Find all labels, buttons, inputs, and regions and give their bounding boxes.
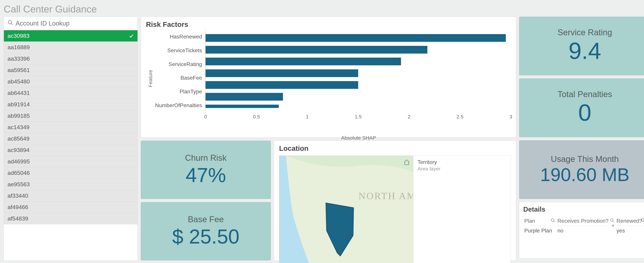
account-id-label: ac93894 [8, 147, 30, 153]
account-id-label: ab64431 [8, 90, 30, 96]
kpi-usage[interactable]: Usage This Month 190.60 MB [519, 140, 644, 199]
account-item-aa59561[interactable]: aa59561 [4, 64, 138, 76]
check-icon [129, 34, 134, 38]
account-item-ab45480[interactable]: ab45480 [4, 76, 138, 87]
details-table: Plan Receives Promotion? ▲ Renewed? Purp… [523, 216, 644, 236]
account-id-label: ab91914 [8, 101, 30, 108]
location-card: Location NORTH AME [274, 140, 516, 261]
risk-factors-card: Risk Factors Feature HasRenewedServiceTi… [141, 17, 516, 138]
svg-line-6 [613, 221, 614, 222]
col-promotion[interactable]: Receives Promotion? ▲ [556, 216, 616, 226]
location-title: Location [279, 144, 511, 152]
cell-renewed: yes [616, 226, 644, 236]
account-id-label: af54839 [8, 215, 28, 222]
chart-plot-area[interactable]: 00.511.522.53 [205, 30, 511, 112]
svg-point-3 [551, 219, 554, 221]
account-id-label: af49466 [8, 204, 28, 210]
search-icon [8, 20, 13, 27]
account-item-ad46995[interactable]: ad46995 [4, 156, 138, 167]
account-item-ac85649[interactable]: ac85649 [4, 133, 138, 144]
xtick: 3 [510, 114, 512, 120]
kpi-penalties-value: 0 [578, 99, 592, 126]
kpi-churn-label: Churn Risk [185, 153, 226, 163]
sort-caret-icon: ▲ [611, 223, 615, 228]
account-item-ab91914[interactable]: ab91914 [4, 99, 138, 110]
account-id-label: ad46995 [8, 158, 30, 164]
svg-point-7 [641, 219, 644, 221]
account-id-label: ac14349 [8, 124, 30, 130]
account-item-af33440[interactable]: af33440 [4, 190, 138, 202]
bar-NumberOfPenalties[interactable] [206, 93, 283, 100]
account-item-aa33396[interactable]: aa33396 [4, 53, 138, 64]
search-icon[interactable] [551, 218, 555, 224]
svg-line-4 [554, 221, 555, 222]
risk-factors-title: Risk Factors [146, 20, 511, 28]
continent-label: NORTH AME [358, 190, 414, 201]
account-id-label: ae95563 [8, 181, 30, 188]
account-id-label: ab99185 [8, 112, 30, 119]
account-id-label: aa59561 [8, 67, 30, 73]
legend-title: Territory [418, 159, 507, 165]
xtick: 1 [306, 114, 309, 120]
account-item-ac93894[interactable]: ac93894 [4, 144, 138, 156]
xtick: 0.5 [253, 114, 260, 120]
kpi-service-rating[interactable]: Service Rating 9.4 [519, 17, 644, 76]
xtick: 2 [408, 114, 410, 120]
home-icon[interactable] [403, 159, 410, 167]
details-card: Details Plan Receives Promotion? ▲ Renew… [519, 202, 644, 258]
bar-ServiceTickets[interactable] [206, 46, 427, 54]
kpi-churn-value: 47% [186, 164, 226, 186]
account-item-ab99185[interactable]: ab99185 [4, 110, 138, 122]
account-id-label: ac30983 [8, 32, 30, 39]
account-id-label: aa16889 [8, 44, 30, 50]
bar-HasRenewed[interactable] [206, 34, 506, 42]
kpi-basefee-value: $ 25.50 [172, 225, 239, 248]
page-title: Call Center Guidance [0, 0, 644, 17]
account-item-af49466[interactable]: af49466 [4, 202, 138, 213]
account-item-ad65046[interactable]: ad65046 [4, 167, 138, 179]
svg-point-5 [610, 219, 613, 221]
col-plan[interactable]: Plan [523, 216, 556, 226]
account-item-aa16889[interactable]: aa16889 [4, 42, 138, 53]
details-title: Details [523, 206, 644, 213]
account-item-ab64431[interactable]: ab64431 [4, 87, 138, 99]
kpi-usage-label: Usage This Month [551, 154, 619, 164]
bar-ServiceRating[interactable] [206, 58, 401, 65]
account-item-af54839[interactable]: af54839 [4, 213, 138, 224]
cell-plan: Purple Plan [523, 226, 556, 236]
svg-point-0 [8, 20, 12, 24]
kpi-usage-value: 190.60 MB [540, 164, 630, 185]
account-id-label: ac85649 [8, 135, 30, 142]
xtick: 1.5 [355, 114, 362, 120]
chart-category-labels: HasRenewedServiceTicketsServiceRatingBas… [153, 30, 205, 112]
col-renewed[interactable]: Renewed? [616, 216, 644, 226]
kpi-penalties-label: Total Penalties [558, 89, 612, 99]
account-search[interactable]: Account ID Lookup [4, 17, 138, 30]
kpi-total-penalties[interactable]: Total Penalties 0 [519, 78, 644, 137]
kpi-churn-risk[interactable]: Churn Risk 47% [141, 140, 271, 199]
account-lookup-panel: Account ID Lookup ac30983aa16889aa33396a… [4, 17, 138, 261]
bar-PlanType[interactable] [206, 81, 358, 89]
account-item-ac14349[interactable]: ac14349 [4, 122, 138, 133]
kpi-basefee-label: Base Fee [188, 214, 224, 224]
account-id-label: ab45480 [8, 78, 30, 85]
map[interactable]: NORTH AME 1000 km OpenStreetMap contribu… [279, 156, 414, 263]
xtick: 0 [204, 114, 207, 120]
xtick: 2.5 [456, 114, 464, 120]
chart-xlabel: Absolute SHAP [206, 135, 511, 141]
map-legend: Territory Area layer [414, 156, 511, 263]
account-id-label: ad65046 [8, 170, 30, 176]
account-item-ac30983[interactable]: ac30983 [4, 30, 138, 42]
search-icon[interactable] [641, 218, 644, 224]
table-row[interactable]: Purple Plan no yes [523, 226, 644, 236]
bar-BaseFee[interactable] [206, 69, 358, 77]
kpi-service-rating-label: Service Rating [558, 28, 612, 37]
account-id-label: aa33396 [8, 56, 30, 62]
account-search-label: Account ID Lookup [16, 20, 70, 27]
kpi-service-rating-value: 9.4 [568, 37, 601, 64]
cell-promo: no [556, 226, 616, 236]
kpi-base-fee[interactable]: Base Fee $ 25.50 [141, 202, 271, 260]
account-item-ae95563[interactable]: ae95563 [4, 179, 138, 190]
legend-subtitle: Area layer [418, 166, 507, 172]
chart-ylabel: Feature [146, 70, 153, 87]
